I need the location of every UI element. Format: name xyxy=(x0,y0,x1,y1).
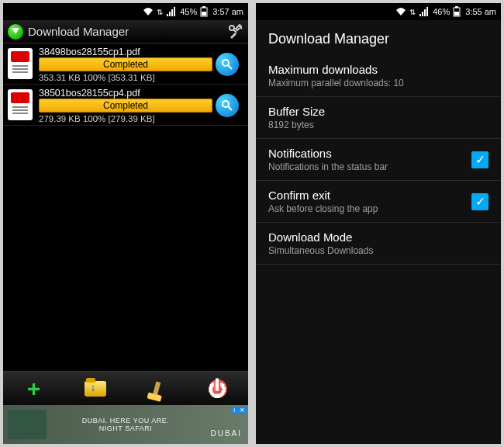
battery-icon xyxy=(200,6,208,17)
downloads-folder-button[interactable] xyxy=(64,372,126,405)
setting-notifications[interactable]: Notifications Notifications in the statu… xyxy=(256,139,501,181)
settings-header: Download Manager xyxy=(256,20,501,55)
add-download-button[interactable]: + xyxy=(3,372,64,405)
app-title: Download Manager xyxy=(28,25,228,38)
setting-title: Download Mode xyxy=(268,230,488,244)
battery-icon xyxy=(453,6,461,17)
svg-rect-1 xyxy=(202,6,205,8)
svg-rect-8 xyxy=(454,12,459,16)
data-icon: ⇅ xyxy=(409,8,416,16)
setting-confirm-exit[interactable]: Confirm exit Ask before closing the app … xyxy=(256,181,501,223)
download-row[interactable]: 38501bos28155cp4.pdf Completed 279.39 KB… xyxy=(3,85,248,126)
setting-title: Confirm exit xyxy=(268,189,471,202)
ad-line1: DUBAI. HERE YOU ARE. xyxy=(82,417,169,424)
setting-buffer-size[interactable]: Buffer Size 8192 bytes xyxy=(256,97,501,139)
clear-button[interactable] xyxy=(126,372,187,405)
setting-subtitle: Notifications in the status bar xyxy=(268,161,471,172)
exit-button[interactable]: ⏻ xyxy=(187,372,248,405)
download-filename: 38501bos28155cp4.pdf xyxy=(39,88,212,99)
ad-info-icon[interactable]: i xyxy=(232,407,236,414)
checkbox-icon[interactable]: ✓ xyxy=(471,151,488,168)
power-icon: ⏻ xyxy=(209,379,227,398)
signal-icon xyxy=(419,7,430,16)
ad-thumbnail xyxy=(8,410,47,439)
setting-title: Buffer Size xyxy=(268,105,488,118)
setting-subtitle: Ask before closing the app xyxy=(268,203,471,214)
bottom-toolbar: + ⏻ xyxy=(3,371,248,405)
clock-text: 3:55 am xyxy=(465,7,496,16)
download-row[interactable]: 38498bos28155cp1.pdf Completed 353.31 KB… xyxy=(3,43,248,85)
setting-download-mode[interactable]: Download Mode Simultaneous Downloads xyxy=(256,223,501,265)
wifi-icon xyxy=(395,7,406,16)
status-bar: ⇅ 45% 3:57 am xyxy=(3,3,248,20)
ad-brand: DUBAI xyxy=(210,429,242,438)
banner-ad[interactable]: DUBAI. HERE YOU ARE. NIGHT SAFARI i ✕ DU… xyxy=(3,405,248,444)
battery-percent: 46% xyxy=(433,7,450,16)
setting-max-downloads[interactable]: Maximum downloads Maximum parallel downl… xyxy=(256,55,501,97)
view-download-button[interactable] xyxy=(216,94,239,117)
signal-icon xyxy=(166,7,177,16)
app-header: Download Manager xyxy=(3,20,248,43)
setting-subtitle: Maximum parallel downloads: 10 xyxy=(268,78,488,88)
battery-percent: 45% xyxy=(180,7,197,16)
view-download-button[interactable] xyxy=(216,53,239,76)
download-list: 38498bos28155cp1.pdf Completed 353.31 KB… xyxy=(3,43,248,126)
status-bar: ⇅ 46% 3:55 am xyxy=(256,3,501,20)
right-phone: ⇅ 46% 3:55 am Download Manager Maximum d… xyxy=(256,3,501,444)
setting-title: Notifications xyxy=(268,147,471,160)
setting-subtitle: Simultaneous Downloads xyxy=(268,245,488,256)
svg-rect-2 xyxy=(202,12,206,16)
pdf-file-icon xyxy=(8,89,33,120)
broom-icon xyxy=(152,381,160,396)
plus-icon: + xyxy=(27,376,41,402)
pdf-file-icon xyxy=(8,48,33,79)
svg-rect-7 xyxy=(455,6,458,8)
data-icon: ⇅ xyxy=(157,8,163,16)
ad-line2: NIGHT SAFARI xyxy=(99,424,152,432)
download-stats: 353.31 KB 100% [353.31 KB] xyxy=(39,73,212,82)
download-stats: 279.39 KB 100% [279.39 KB] xyxy=(39,114,212,123)
setting-title: Maximum downloads xyxy=(268,63,488,76)
folder-download-icon xyxy=(85,381,106,397)
clock-text: 3:57 am xyxy=(212,7,243,16)
download-progress-bar: Completed xyxy=(39,99,212,113)
download-filename: 38498bos28155cp1.pdf xyxy=(39,47,212,57)
ad-badge: i ✕ xyxy=(232,407,247,414)
download-progress-bar: Completed xyxy=(39,57,212,71)
checkbox-icon[interactable]: ✓ xyxy=(471,193,488,210)
app-logo-icon xyxy=(8,24,23,40)
wifi-icon xyxy=(143,7,154,16)
setting-subtitle: 8192 bytes xyxy=(268,120,488,130)
svg-point-5 xyxy=(223,101,229,107)
ad-close-icon[interactable]: ✕ xyxy=(238,407,247,414)
svg-point-4 xyxy=(223,60,229,66)
settings-tools-icon[interactable] xyxy=(228,24,243,40)
empty-area xyxy=(3,126,248,371)
left-phone: ⇅ 45% 3:57 am Download Manager 38498bos2… xyxy=(3,3,248,444)
